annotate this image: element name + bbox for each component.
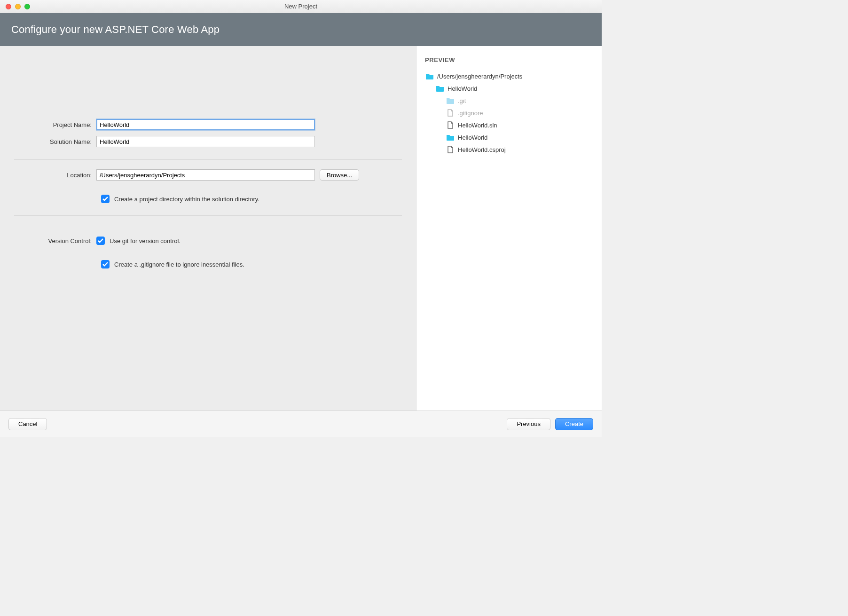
- tree-row: HelloWorld: [425, 131, 593, 143]
- preview-tree: /Users/jensgheerardyn/ProjectsHelloWorld…: [425, 70, 593, 156]
- preview-pane: PREVIEW /Users/jensgheerardyn/ProjectsHe…: [416, 46, 602, 411]
- browse-button[interactable]: Browse...: [320, 169, 359, 181]
- tree-row: HelloWorld.csproj: [425, 143, 593, 156]
- preview-title: PREVIEW: [425, 56, 593, 63]
- file-icon: [446, 109, 455, 117]
- project-name-label: Project Name:: [14, 121, 96, 128]
- tree-item-label: HelloWorld: [448, 85, 477, 92]
- gitignore-label: Create a .gitignore file to ignore iness…: [114, 261, 244, 268]
- create-button[interactable]: Create: [555, 418, 593, 430]
- titlebar: New Project: [0, 0, 602, 13]
- gitignore-row: Create a .gitignore file to ignore iness…: [101, 260, 402, 269]
- check-icon: [102, 262, 108, 267]
- folder-icon: [435, 85, 445, 92]
- solution-name-label: Solution Name:: [14, 138, 96, 145]
- use-git-checkbox[interactable]: [96, 237, 105, 245]
- project-name-row: Project Name:: [14, 119, 402, 130]
- divider: [14, 215, 402, 216]
- file-icon: [446, 121, 455, 129]
- cancel-button[interactable]: Cancel: [8, 418, 47, 430]
- tree-row: HelloWorld: [425, 82, 593, 95]
- gitignore-checkbox[interactable]: [101, 260, 110, 269]
- tree-item-label: HelloWorld: [458, 134, 487, 141]
- check-icon: [102, 197, 108, 201]
- window: New Project Configure your new ASP.NET C…: [0, 0, 602, 437]
- project-name-input[interactable]: [96, 119, 315, 130]
- tree-row: HelloWorld.sln: [425, 119, 593, 131]
- create-subdir-label: Create a project directory within the so…: [114, 196, 259, 203]
- tree-item-label: /Users/jensgheerardyn/Projects: [437, 73, 522, 80]
- create-subdir-checkbox[interactable]: [101, 195, 110, 203]
- folder-icon: [446, 97, 455, 104]
- folder-icon: [425, 72, 434, 80]
- use-git-label: Use git for version control.: [110, 237, 181, 245]
- create-subdir-row: Create a project directory within the so…: [101, 195, 402, 203]
- page-header: Configure your new ASP.NET Core Web App: [0, 13, 602, 46]
- tree-item-label: .git: [458, 97, 466, 104]
- version-control-label: Version Control:: [14, 237, 96, 245]
- tree-item-label: HelloWorld.csproj: [458, 146, 506, 153]
- tree-row: /Users/jensgheerardyn/Projects: [425, 70, 593, 82]
- check-icon: [98, 238, 103, 243]
- tree-item-label: HelloWorld.sln: [458, 122, 497, 129]
- content-area: Project Name: Solution Name: Location: B…: [0, 46, 602, 411]
- version-control-row: Version Control: Use git for version con…: [14, 237, 402, 245]
- tree-row: .git: [425, 95, 593, 107]
- divider: [14, 159, 402, 160]
- previous-button[interactable]: Previous: [507, 418, 550, 430]
- footer: Cancel Previous Create: [0, 411, 602, 437]
- solution-name-input[interactable]: [96, 136, 315, 147]
- file-icon: [446, 146, 455, 153]
- solution-name-row: Solution Name:: [14, 136, 402, 147]
- page-title: Configure your new ASP.NET Core Web App: [11, 24, 220, 35]
- folder-icon: [446, 134, 455, 141]
- window-title: New Project: [0, 3, 602, 10]
- form-pane: Project Name: Solution Name: Location: B…: [0, 46, 416, 411]
- tree-item-label: .gitignore: [458, 110, 483, 117]
- location-label: Location:: [14, 172, 96, 179]
- location-row: Location: Browse...: [14, 169, 402, 181]
- tree-row: .gitignore: [425, 107, 593, 119]
- location-input[interactable]: [96, 169, 315, 181]
